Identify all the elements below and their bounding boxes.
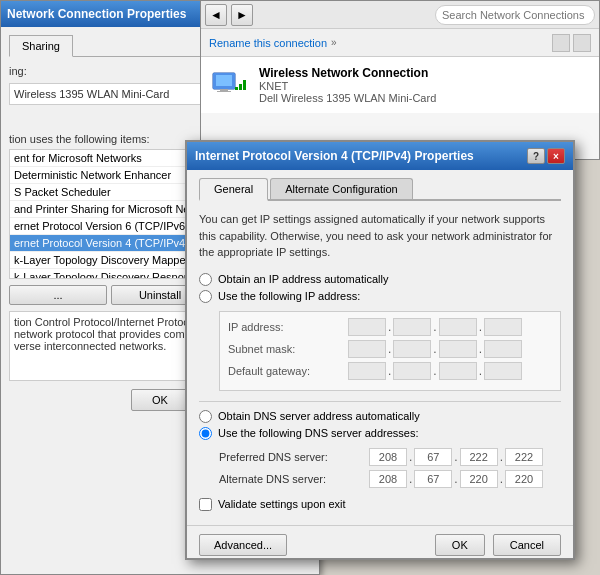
ip-octet-1[interactable] (348, 318, 386, 336)
chevron-icon: » (331, 37, 337, 48)
svg-rect-4 (217, 91, 231, 92)
alternate-dns-octet-3[interactable] (460, 470, 498, 488)
gateway-octet-3[interactable] (439, 362, 477, 380)
svg-rect-5 (235, 87, 238, 90)
svg-rect-3 (220, 89, 228, 91)
back-icon: ◄ (210, 8, 222, 22)
obtain-ip-auto-radio[interactable] (199, 273, 212, 286)
manual-ip-option[interactable]: Use the following IP address: (199, 290, 561, 303)
obtain-dns-auto-label: Obtain DNS server address automatically (218, 410, 420, 422)
subnet-mask-label: Subnet mask: (228, 343, 348, 355)
dialog-close-button[interactable]: × (547, 148, 565, 164)
svg-rect-6 (239, 84, 242, 90)
right-panel-toolbar: ◄ ► (201, 1, 599, 29)
tab-general[interactable]: General (199, 178, 268, 201)
network-connections-panel: ◄ ► Rename this connection » (200, 0, 600, 160)
dialog-description-text: You can get IP settings assigned automat… (199, 211, 561, 261)
dns-radio-group: Obtain DNS server address automatically … (199, 410, 561, 440)
forward-icon: ► (236, 8, 248, 22)
dialog-body: General Alternate Configuration You can … (187, 170, 573, 519)
back-button[interactable]: ◄ (205, 4, 227, 26)
ip-octet-4[interactable] (484, 318, 522, 336)
dialog-footer: Advanced... OK Cancel (187, 525, 573, 564)
dialog-title-buttons: ? × (527, 148, 565, 164)
preferred-dns-octet-4[interactable] (505, 448, 543, 466)
install-button[interactable]: ... (9, 285, 107, 305)
manual-ip-radio[interactable] (199, 290, 212, 303)
connection-type: KNET (259, 80, 436, 92)
gateway-octet-4[interactable] (484, 362, 522, 380)
dialog-tab-bar: General Alternate Configuration (199, 178, 561, 201)
subnet-octet-3[interactable] (439, 340, 477, 358)
connection-name: Wireless Network Connection (259, 66, 436, 80)
subnet-mask-row: Subnet mask: . . . (228, 340, 552, 358)
preferred-dns-row: Preferred DNS server: . . . (219, 448, 561, 466)
default-gateway-row: Default gateway: . . . (228, 362, 552, 380)
ip-address-field-label: IP address: (228, 321, 348, 333)
obtain-ip-auto-option[interactable]: Obtain an IP address automatically (199, 273, 561, 286)
ip-octet-2[interactable] (393, 318, 431, 336)
ip-octet-3[interactable] (439, 318, 477, 336)
dialog-title-text: Internet Protocol Version 4 (TCP/IPv4) P… (195, 149, 474, 163)
manual-dns-radio[interactable] (199, 427, 212, 440)
preferred-dns-inputs: . . . (369, 448, 543, 466)
subnet-mask-inputs: . . . (348, 340, 522, 358)
preferred-dns-octet-1[interactable] (369, 448, 407, 466)
validate-row: Validate settings upon exit (199, 498, 561, 511)
preferred-dns-label: Preferred DNS server: (219, 451, 369, 463)
tab-alternate-config[interactable]: Alternate Configuration (270, 178, 413, 199)
ip-radio-group: Obtain an IP address automatically Use t… (199, 273, 561, 303)
subnet-octet-4[interactable] (484, 340, 522, 358)
manual-dns-label: Use the following DNS server addresses: (218, 427, 419, 439)
gateway-octet-2[interactable] (393, 362, 431, 380)
dialog-help-button[interactable]: ? (527, 148, 545, 164)
network-connection-icon (209, 65, 249, 105)
ipv4-properties-dialog: Internet Protocol Version 4 (TCP/IPv4) P… (185, 140, 575, 560)
connection-details: Wireless Network Connection KNET Dell Wi… (259, 66, 436, 104)
svg-rect-2 (216, 75, 232, 86)
validate-checkbox[interactable] (199, 498, 212, 511)
ip-address-inputs: . . . (348, 318, 522, 336)
right-panel-actions-bar: Rename this connection » (201, 29, 599, 57)
alternate-dns-row: Alternate DNS server: . . . (219, 470, 561, 488)
dns-divider (199, 401, 561, 402)
rename-connection-action[interactable]: Rename this connection (209, 37, 327, 49)
gateway-octet-1[interactable] (348, 362, 386, 380)
obtain-dns-auto-radio[interactable] (199, 410, 212, 423)
bg-window-ok-button[interactable]: OK (131, 389, 189, 411)
search-input[interactable] (435, 5, 595, 25)
manual-ip-label: Use the following IP address: (218, 290, 360, 302)
ok-button[interactable]: OK (435, 534, 485, 556)
ip-address-row: IP address: . . . (228, 318, 552, 336)
view-options-icon[interactable] (552, 34, 570, 52)
preferred-dns-octet-2[interactable] (414, 448, 452, 466)
preferred-dns-octet-3[interactable] (460, 448, 498, 466)
forward-button[interactable]: ► (231, 4, 253, 26)
alternate-dns-octet-2[interactable] (414, 470, 452, 488)
advanced-button[interactable]: Advanced... (199, 534, 287, 556)
dialog-title-bar: Internet Protocol Version 4 (TCP/IPv4) P… (187, 142, 573, 170)
alternate-dns-octet-4[interactable] (505, 470, 543, 488)
svg-rect-7 (243, 80, 246, 90)
alternate-dns-label: Alternate DNS server: (219, 473, 369, 485)
obtain-ip-auto-label: Obtain an IP address automatically (218, 273, 388, 285)
cancel-button[interactable]: Cancel (493, 534, 561, 556)
manual-dns-option[interactable]: Use the following DNS server addresses: (199, 427, 561, 440)
bg-window-title: Network Connection Properties (7, 7, 186, 21)
subnet-octet-2[interactable] (393, 340, 431, 358)
alternate-dns-inputs: . . . (369, 470, 543, 488)
tab-sharing[interactable]: Sharing (9, 35, 73, 57)
view-icon[interactable] (573, 34, 591, 52)
wireless-connection-item[interactable]: Wireless Network Connection KNET Dell Wi… (201, 57, 599, 113)
alternate-dns-octet-1[interactable] (369, 470, 407, 488)
gateway-inputs: . . . (348, 362, 522, 380)
connection-device: Dell Wireless 1395 WLAN Mini-Card (259, 92, 436, 104)
ip-fields-section: IP address: . . . Subnet mask: . . (219, 311, 561, 391)
obtain-dns-auto-option[interactable]: Obtain DNS server address automatically (199, 410, 561, 423)
default-gateway-label: Default gateway: (228, 365, 348, 377)
dns-fields-section: Preferred DNS server: . . . Alternate DN… (219, 448, 561, 488)
subnet-octet-1[interactable] (348, 340, 386, 358)
validate-label: Validate settings upon exit (218, 498, 346, 510)
